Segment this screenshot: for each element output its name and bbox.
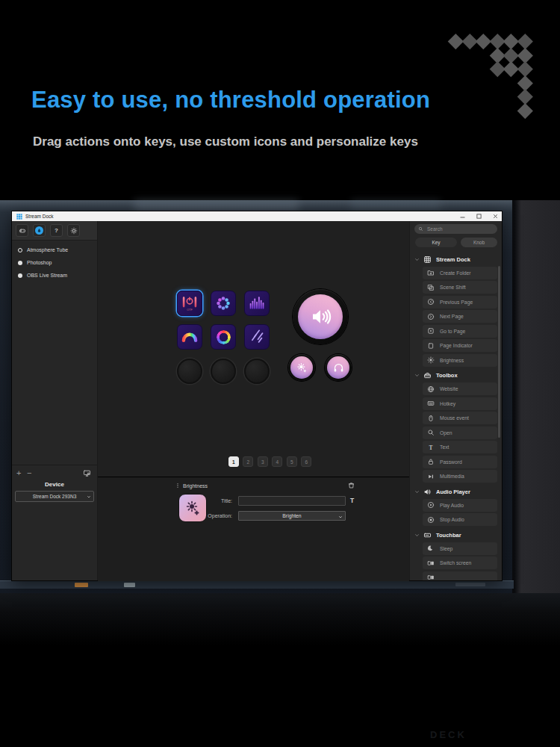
key-atmosphere-light[interactable]: OTF — [177, 291, 202, 316]
tree-item-label: Play Audio — [440, 503, 464, 508]
circle-left-icon — [427, 298, 435, 306]
tab-knob[interactable]: Knob — [461, 238, 497, 247]
tree-item-website[interactable]: Website — [423, 382, 497, 395]
page-title: Easy to use, no threshold operation — [31, 87, 430, 114]
tree-item-switch-screen[interactable]: Switch screen — [423, 557, 497, 569]
key-led-spinner[interactable] — [211, 291, 236, 316]
play-bar-icon — [427, 473, 435, 480]
page-button-6[interactable]: 6 — [301, 456, 311, 467]
tab-key[interactable]: Key — [415, 238, 457, 247]
scrollbar-thumb[interactable] — [498, 266, 500, 438]
tree-group-audio-player[interactable]: Audio Player — [410, 485, 502, 499]
tree-item-go-to-page[interactable]: Go to Page — [423, 325, 497, 338]
left-sidebar: ? Atmosphere TubePhotoshopOBS Live Strea… — [12, 221, 98, 580]
title-input[interactable] — [238, 496, 346, 506]
empty-knob[interactable] — [177, 359, 202, 384]
tree-item-page-indicator[interactable]: Page Indicator — [423, 339, 497, 352]
folder-plus-icon — [427, 269, 435, 276]
drag-handle-icon — [175, 483, 181, 489]
tree-item-sleep[interactable]: Sleep — [423, 542, 497, 555]
search-input[interactable] — [426, 226, 492, 232]
action-tree: Stream DockCreate FolderScene ShiftPrevi… — [410, 251, 502, 580]
taskbar-clock — [455, 583, 485, 586]
app-window: Stream Dock ? Atmosphere TubePhotoshopOB… — [12, 211, 502, 580]
profile-item-obs-live-stream[interactable]: OBS Live Stream — [12, 269, 97, 282]
brightness-sparkle-icon — [296, 362, 308, 374]
pixel-diamond — [503, 61, 519, 77]
empty-knob[interactable] — [244, 359, 270, 384]
tree-item-text[interactable]: TText — [423, 441, 497, 453]
knob-headphones[interactable] — [325, 354, 352, 381]
square-icon — [427, 342, 435, 350]
page-button-4[interactable]: 4 — [272, 456, 282, 467]
page-button-3[interactable]: 3 — [258, 456, 268, 467]
profile-item-atmosphere-tube[interactable]: Atmosphere Tube — [12, 244, 97, 256]
remove-device-button[interactable]: − — [27, 469, 37, 477]
window-titlebar[interactable]: Stream Dock — [12, 211, 502, 221]
screens-icon — [427, 560, 435, 567]
device-select[interactable]: Stream Dock 293N3 — [15, 491, 94, 502]
search-box[interactable] — [414, 224, 497, 234]
key-equalizer[interactable] — [244, 291, 270, 316]
operation-select-value: Brighten — [282, 513, 301, 518]
taskbar-item-gray[interactable] — [124, 583, 135, 587]
operation-select[interactable]: Brighten — [238, 511, 346, 521]
text-style-button[interactable]: T — [350, 497, 354, 504]
device-icon[interactable] — [16, 224, 28, 237]
svg-text:T: T — [429, 444, 432, 450]
taskbar[interactable] — [0, 580, 514, 589]
tree-item-brightness[interactable]: Brightness — [423, 354, 497, 367]
profile-item-photoshop[interactable]: Photoshop — [12, 256, 97, 269]
tree-item-stop-audio[interactable]: Stop Audio — [423, 513, 497, 526]
tree-item-hotkey[interactable]: Hotkey — [423, 397, 497, 410]
key-meteor[interactable] — [244, 324, 270, 350]
tree-item-partial[interactable] — [423, 571, 497, 581]
tree-item-password[interactable]: Password — [423, 456, 497, 468]
tree-item-multimedia[interactable]: Multimedia — [423, 470, 497, 483]
settings-gear-icon[interactable] — [67, 224, 80, 237]
chevron-down-icon — [338, 515, 343, 519]
tree-item-label: Sleep — [440, 546, 452, 551]
upload-drop-icon[interactable] — [33, 224, 46, 237]
tree-group-stream-dock[interactable]: Stream Dock — [410, 252, 502, 267]
tree-item-create-folder[interactable]: Create Folder — [423, 267, 497, 279]
knob-volume[interactable] — [293, 289, 348, 344]
key-rainbow-arc[interactable] — [177, 324, 202, 350]
action-inspector: Brightness Title: T — [98, 477, 409, 581]
tree-group-toolbox[interactable]: Toolbox — [410, 368, 502, 382]
tree-group-touchbar[interactable]: Touchbar — [410, 528, 502, 542]
device-panel-title: Device — [12, 481, 97, 488]
mouse-icon — [427, 415, 435, 422]
tree-item-open[interactable]: Open — [423, 427, 497, 439]
maximize-button[interactable] — [476, 213, 482, 220]
tree-item-mouse-event[interactable]: Mouse event — [423, 412, 497, 424]
page-button-5[interactable]: 5 — [287, 456, 297, 467]
close-button[interactable] — [492, 213, 499, 220]
chevron-down-icon — [414, 257, 420, 262]
tree-item-previous-page[interactable]: Previous Page — [423, 296, 497, 309]
tree-item-next-page[interactable]: Next Page — [423, 310, 497, 323]
empty-knob[interactable] — [211, 359, 236, 384]
square-dot-icon — [427, 327, 435, 335]
sidebar-toolbar: ? — [12, 221, 97, 241]
page-button-1[interactable]: 1 — [228, 456, 239, 467]
knob-brightness[interactable] — [288, 354, 315, 381]
delete-action-icon[interactable] — [347, 481, 355, 489]
chevron-down-icon — [414, 489, 420, 495]
device-settings-icon[interactable] — [83, 469, 91, 477]
minimize-button[interactable] — [459, 213, 466, 220]
bezel-brand-text: DECK — [430, 729, 467, 740]
add-device-button[interactable]: + — [16, 469, 27, 477]
chevron-down-icon — [414, 533, 420, 538]
profile-label: Atmosphere Tube — [27, 247, 68, 252]
tree-item-play-audio[interactable]: Play Audio — [423, 499, 497, 512]
help-icon[interactable]: ? — [50, 224, 63, 237]
moon-icon — [427, 545, 435, 552]
pixel-diamond — [517, 103, 533, 119]
pixel-diamond — [476, 34, 491, 49]
page-button-2[interactable]: 2 — [243, 456, 253, 467]
tree-item-label: Stop Audio — [440, 517, 464, 522]
key-rainbow-ring[interactable] — [211, 324, 236, 350]
taskbar-item-orange[interactable] — [75, 583, 88, 587]
tree-item-scene-shift[interactable]: Scene Shift — [423, 281, 497, 294]
